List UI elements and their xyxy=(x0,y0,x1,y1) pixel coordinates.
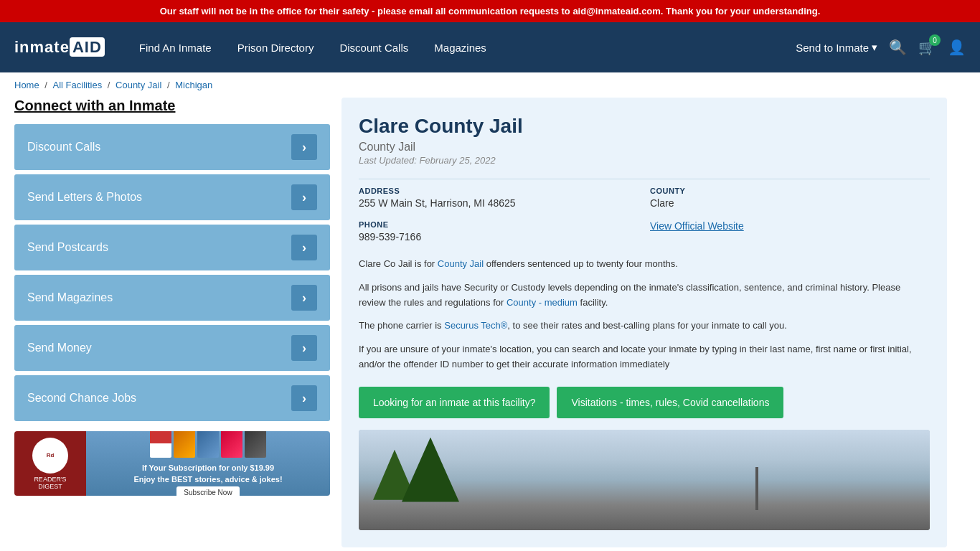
phone-block: PHONE 989-539-7166 xyxy=(359,220,639,242)
sidebar-ad: Rd READER'SDIGEST If Your Subscription f… xyxy=(14,431,330,496)
magazine-cover-1 xyxy=(150,431,171,458)
visitations-button[interactable]: Visitations - times, rules, Covid cancel… xyxy=(557,387,783,418)
arrow-icon: › xyxy=(291,285,317,311)
ad-subtitle: Enjoy the BEST stories, advice & jokes! xyxy=(133,475,282,484)
second-chance-button[interactable]: Second Chance Jobs › xyxy=(14,375,330,421)
website-block: View Official Website xyxy=(650,220,930,242)
search-icon[interactable]: 🔍 xyxy=(889,39,907,56)
address-value: 255 W Main St, Harrison, MI 48625 xyxy=(359,197,639,209)
breadcrumb-michigan[interactable]: Michigan xyxy=(175,80,212,90)
nav-item-find-inmate[interactable]: Find An Inmate xyxy=(126,24,225,71)
send-letters-button[interactable]: Send Letters & Photos › xyxy=(14,174,330,220)
breadcrumb-county-jail[interactable]: County Jail xyxy=(116,80,161,90)
facility-desc-4: If you are unsure of your inmate's locat… xyxy=(359,342,930,372)
action-buttons: Looking for an inmate at this facility? … xyxy=(359,387,930,418)
content-area: Clare County Jail County Jail Last Updat… xyxy=(341,98,947,547)
nav-item-prison-directory[interactable]: Prison Directory xyxy=(225,24,327,71)
breadcrumb: Home / All Facilities / County Jail / Mi… xyxy=(0,72,980,98)
find-inmate-at-facility-button[interactable]: Looking for an inmate at this facility? xyxy=(359,387,550,418)
subscribe-button[interactable]: Subscribe Now xyxy=(176,486,239,496)
arrow-icon: › xyxy=(291,385,317,411)
sidebar-title: Connect with an Inmate xyxy=(14,98,330,114)
send-postcards-button[interactable]: Send Postcards › xyxy=(14,225,330,270)
cart-icon[interactable]: 🛒 0 xyxy=(918,39,936,56)
ad-logo: Rd xyxy=(32,438,68,474)
breadcrumb-all-facilities[interactable]: All Facilities xyxy=(53,80,103,90)
send-to-inmate-button[interactable]: Send to Inmate ▾ xyxy=(796,41,877,54)
county-label: COUNTY xyxy=(650,187,930,195)
county-jail-link[interactable]: County Jail xyxy=(438,258,484,269)
nav-item-magazines[interactable]: Magazines xyxy=(421,24,499,71)
sidebar: Connect with an Inmate Discount Calls › … xyxy=(14,98,330,547)
logo[interactable]: inmateAID xyxy=(14,38,105,57)
magazine-cover-2 xyxy=(174,431,195,458)
facility-last-updated: Last Updated: February 25, 2022 xyxy=(359,155,930,166)
view-official-website-link[interactable]: View Official Website xyxy=(650,220,744,232)
logo-text: inmateAID xyxy=(14,38,105,57)
facility-image xyxy=(359,430,930,530)
cart-badge: 0 xyxy=(929,34,941,46)
nav-item-discount-calls[interactable]: Discount Calls xyxy=(326,24,421,71)
address-block: ADDRESS 255 W Main St, Harrison, MI 4862… xyxy=(359,187,639,209)
magazine-cover-4 xyxy=(221,431,242,458)
county-block: COUNTY Clare xyxy=(650,187,930,209)
facility-desc-1: Clare Co Jail is for County Jail offende… xyxy=(359,257,930,272)
main-container: Connect with an Inmate Discount Calls › … xyxy=(0,98,961,551)
facility-info-grid: ADDRESS 255 W Main St, Harrison, MI 4862… xyxy=(359,179,930,242)
breadcrumb-home[interactable]: Home xyxy=(14,80,39,90)
chevron-down-icon: ▾ xyxy=(872,41,877,54)
securus-tech-link[interactable]: Securus Tech® xyxy=(444,320,507,331)
facility-desc-2: All prisons and jails have Security or C… xyxy=(359,281,930,311)
arrow-icon: › xyxy=(291,235,317,260)
arrow-icon: › xyxy=(291,184,317,210)
user-icon[interactable]: 👤 xyxy=(948,39,966,56)
address-label: ADDRESS xyxy=(359,187,639,195)
phone-label: PHONE xyxy=(359,220,639,229)
arrow-icon: › xyxy=(291,134,317,160)
county-value: Clare xyxy=(650,197,930,209)
navbar: inmateAID Find An Inmate Prison Director… xyxy=(0,22,980,72)
magazine-cover-3 xyxy=(197,431,219,458)
facility-desc-3: The phone carrier is Securus Tech®, to s… xyxy=(359,319,930,334)
alert-banner: Our staff will not be in the office for … xyxy=(0,0,980,22)
facility-type: County Jail xyxy=(359,141,930,154)
facility-name: Clare County Jail xyxy=(359,115,930,138)
ad-text: If Your Subscription for only $19.99 xyxy=(142,463,274,472)
arrow-icon: › xyxy=(291,335,317,361)
send-magazines-button[interactable]: Send Magazines › xyxy=(14,275,330,321)
ad-magazine-title: READER'SDIGEST xyxy=(34,476,66,490)
discount-calls-button[interactable]: Discount Calls › xyxy=(14,124,330,170)
magazine-cover-5 xyxy=(245,431,266,458)
send-money-button[interactable]: Send Money › xyxy=(14,325,330,371)
phone-value: 989-539-7166 xyxy=(359,231,639,242)
nav-right: Send to Inmate ▾ 🔍 🛒 0 👤 xyxy=(796,39,966,56)
county-medium-link[interactable]: County - medium xyxy=(507,297,578,308)
tree-decoration-2 xyxy=(402,438,459,502)
nav-links: Find An Inmate Prison Directory Discount… xyxy=(126,24,796,71)
tower-decoration xyxy=(755,467,758,510)
